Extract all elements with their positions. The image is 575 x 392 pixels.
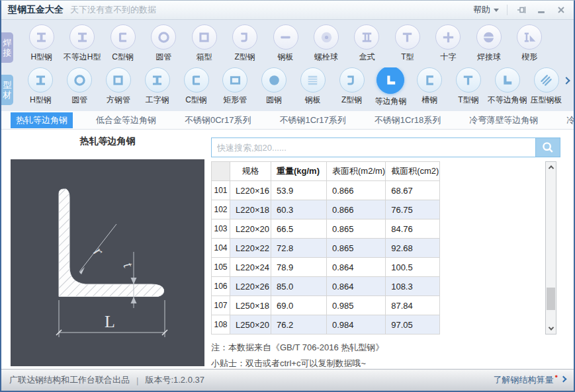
icon-item-plate[interactable]: 钢板 bbox=[265, 24, 306, 63]
table-cell[interactable]: 100.5 bbox=[386, 258, 440, 277]
table-cell[interactable]: 76.2 bbox=[271, 315, 327, 334]
table-row[interactable]: 106L220×2685.00.864108.3 bbox=[212, 277, 440, 296]
icon-item-i-beam[interactable]: 工字钢 bbox=[138, 67, 177, 107]
icon-item-plate-hatch[interactable]: 钢板 bbox=[293, 67, 332, 107]
icon-item-cross[interactable]: 十字 bbox=[428, 24, 468, 63]
table-cell[interactable]: 60.3 bbox=[271, 200, 327, 219]
icon-item-box-type[interactable]: 盒式 bbox=[347, 24, 387, 63]
tab-4[interactable]: 不锈钢1Cr18系列 bbox=[369, 112, 446, 128]
icon-item-t-beam[interactable]: T型 bbox=[387, 24, 427, 63]
table-row[interactable]: 108L250×2076.20.98497.05 bbox=[212, 315, 440, 334]
icon-item-ring[interactable]: 圆管 bbox=[143, 24, 183, 63]
table-cell[interactable]: 0.866 bbox=[327, 181, 386, 200]
table-cell[interactable]: 97.05 bbox=[386, 315, 440, 334]
table-cell[interactable]: 85.0 bbox=[271, 277, 327, 296]
table-cell[interactable]: 72.8 bbox=[271, 239, 327, 258]
table-cell[interactable]: L220×26 bbox=[230, 277, 271, 296]
icon-label: 钢板 bbox=[278, 52, 294, 63]
table-row[interactable]: 104L220×2272.80.86592.68 bbox=[212, 239, 440, 258]
minimize-button[interactable] bbox=[535, 4, 547, 16]
table-cell[interactable]: 92.68 bbox=[386, 239, 440, 258]
icon-item-square[interactable]: 方钢管 bbox=[99, 67, 138, 107]
icon-item-c-beam[interactable]: C型钢 bbox=[103, 24, 143, 63]
ring-icon bbox=[151, 24, 176, 50]
sidebar-item-profile[interactable]: 型材 bbox=[1, 75, 13, 105]
table-row[interactable]: 107L250×1869.00.98587.84 bbox=[212, 296, 440, 315]
table-scrollbar[interactable] bbox=[545, 161, 556, 334]
icon-item-round-bar[interactable]: 圆钢 bbox=[255, 67, 294, 107]
table-cell[interactable]: 69.0 bbox=[271, 296, 327, 315]
tab-6[interactable]: 冷弯薄壁卷边等边角钢 bbox=[561, 112, 575, 128]
table-cell[interactable]: 0.984 bbox=[327, 315, 386, 334]
table-cell[interactable]: 53.9 bbox=[271, 181, 327, 200]
icon-item-channel[interactable]: 槽钢 bbox=[410, 67, 449, 107]
table-row[interactable]: 102L220×1860.30.86676.75 bbox=[212, 200, 440, 219]
table-cell[interactable]: L220×20 bbox=[230, 219, 271, 239]
table-row[interactable]: 101L220×1653.90.86668.67 bbox=[212, 181, 440, 200]
t-beam-icon bbox=[456, 67, 481, 93]
help-button[interactable]: 帮助 bbox=[473, 4, 499, 16]
table-cell[interactable]: L220×24 bbox=[230, 258, 271, 277]
icon-item-equal-angle[interactable]: 等边角钢 bbox=[371, 67, 410, 107]
table-cell[interactable]: 0.866 bbox=[327, 200, 386, 219]
learn-link[interactable]: 了解钢结构算量 • bbox=[493, 374, 566, 386]
tab-5[interactable]: 冷弯薄壁等边角钢 bbox=[464, 112, 543, 128]
table-cell[interactable]: 0.865 bbox=[327, 239, 386, 258]
version-text: 版本号:1.2.0.37 bbox=[145, 374, 204, 386]
row-number: 101 bbox=[212, 181, 230, 200]
icon-item-bolt-ball[interactable]: 螺栓球 bbox=[306, 24, 346, 63]
table-cell[interactable]: 108.3 bbox=[386, 277, 440, 296]
icon-item-i-beam[interactable]: H型钢 bbox=[21, 24, 62, 63]
sidebar-item-welding[interactable]: 焊接 bbox=[1, 32, 13, 63]
icon-item-wedge[interactable]: 楔形 bbox=[509, 24, 550, 63]
table-cell[interactable]: L220×22 bbox=[230, 239, 271, 258]
table-cell[interactable]: 0.985 bbox=[327, 296, 386, 315]
table-cell[interactable]: L220×16 bbox=[230, 181, 271, 200]
square-icon bbox=[192, 24, 217, 50]
row-number: 105 bbox=[212, 258, 230, 277]
icon-item-unequal-h[interactable]: 不等边H型 bbox=[62, 24, 102, 63]
icon-item-z-beam[interactable]: Z型钢 bbox=[332, 67, 371, 107]
table-cell[interactable]: L220×18 bbox=[230, 200, 271, 219]
table-cell[interactable]: 68.67 bbox=[386, 181, 440, 200]
icon-item-c-beam[interactable]: C型钢 bbox=[177, 67, 216, 107]
icon-item-unequal-angle[interactable]: 不等边角钢 bbox=[488, 67, 527, 107]
search-button[interactable] bbox=[536, 137, 560, 157]
icon-item-z-beam[interactable]: Z型钢 bbox=[224, 24, 265, 63]
tab-0[interactable]: 热轧等边角钢 bbox=[11, 112, 73, 128]
table-cell[interactable]: 66.5 bbox=[271, 219, 327, 239]
icon-label: 圆管 bbox=[155, 52, 171, 63]
search-input[interactable] bbox=[211, 137, 536, 157]
icon-item-corrugated-plate[interactable]: 压型钢板 bbox=[527, 67, 566, 107]
row-number: 103 bbox=[212, 219, 230, 239]
table-cell[interactable]: 0.864 bbox=[327, 277, 386, 296]
scrollbar-thumb[interactable] bbox=[547, 288, 555, 310]
table-cell[interactable]: 87.84 bbox=[386, 296, 440, 315]
table-cell[interactable]: 0.865 bbox=[327, 219, 386, 239]
close-button[interactable] bbox=[555, 4, 567, 16]
table-cell[interactable]: 84.76 bbox=[386, 219, 440, 239]
icon-label: T型钢 bbox=[458, 95, 478, 106]
table-cell[interactable]: 0.864 bbox=[327, 258, 386, 277]
pin-button[interactable] bbox=[515, 4, 527, 16]
icon-item-rect-tube[interactable]: 矩形管 bbox=[216, 67, 255, 107]
icon-item-t-beam[interactable]: T型钢 bbox=[449, 67, 488, 107]
table-row[interactable]: 103L220×2066.50.86584.76 bbox=[212, 219, 440, 239]
unequal-angle-icon bbox=[495, 67, 520, 93]
table-cell[interactable]: L250×20 bbox=[230, 315, 271, 334]
scroll-down-icon[interactable] bbox=[546, 324, 556, 333]
table-cell[interactable]: 78.9 bbox=[271, 258, 327, 277]
icon-item-ring[interactable]: 圆管 bbox=[60, 67, 99, 107]
icon-item-square[interactable]: 箱型 bbox=[184, 24, 224, 63]
tab-2[interactable]: 不锈钢0Cr17系列 bbox=[179, 112, 256, 128]
spec-table: 规格重量(kg/m)表面积(m2/m)截面积(cm2) 101L220×1653… bbox=[211, 161, 440, 334]
table-cell[interactable]: L250×18 bbox=[230, 296, 271, 315]
table-cell[interactable]: 76.75 bbox=[386, 200, 440, 219]
scroll-up-icon[interactable] bbox=[546, 163, 556, 172]
tab-1[interactable]: 低合金等边角钢 bbox=[91, 112, 161, 128]
icon-item-i-beam[interactable]: H型钢 bbox=[21, 67, 60, 107]
tab-3[interactable]: 不锈钢1Cr17系列 bbox=[274, 112, 351, 128]
table-row[interactable]: 105L220×2478.90.864100.5 bbox=[212, 258, 440, 277]
rect-tube-icon bbox=[222, 67, 247, 93]
icon-item-weld-ball[interactable]: 焊接球 bbox=[468, 24, 509, 63]
